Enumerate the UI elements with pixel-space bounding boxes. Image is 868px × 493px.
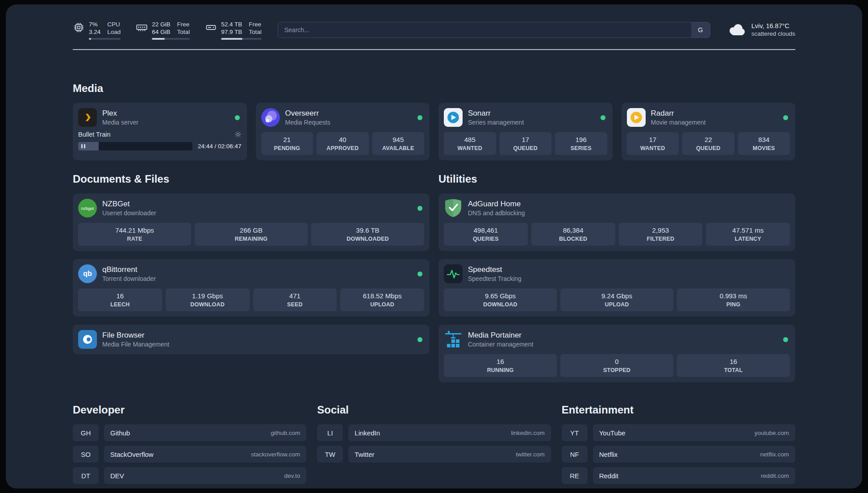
gear-icon[interactable] bbox=[234, 131, 242, 138]
service-link-speedtest[interactable]: Speedtest Speedtest Tracking bbox=[444, 264, 522, 283]
service-link-plex[interactable]: Plex Media server bbox=[78, 108, 138, 127]
bookmark-twitter[interactable]: TW Twitter twitter.com bbox=[317, 446, 551, 463]
cpu-icon bbox=[73, 21, 85, 33]
bookmark-youtube[interactable]: YT YouTube youtube.com bbox=[562, 424, 795, 441]
playback-progressbar[interactable] bbox=[78, 142, 192, 150]
disk-total-label: Total bbox=[249, 28, 262, 36]
bookmark-reddit[interactable]: RE Reddit reddit.com bbox=[562, 467, 795, 484]
overseerr-icon bbox=[261, 108, 280, 127]
status-dot bbox=[235, 115, 240, 120]
service-link-overseerr[interactable]: Overseerr Media Requests bbox=[261, 108, 330, 127]
dashboard: 7% 3.24 CPU Load bbox=[6, 4, 862, 489]
service-link-adguard[interactable]: AdGuard Home DNS and adblocking bbox=[444, 199, 525, 217]
cpu-usage: 7% bbox=[89, 21, 100, 28]
stat-box: 0 STOPPED bbox=[560, 354, 673, 377]
service-card-plex: Plex Media server Bullet Train bbox=[73, 103, 247, 160]
status-dot bbox=[417, 206, 422, 211]
bookmark-linkedin[interactable]: LI LinkedIn linkedin.com bbox=[317, 424, 551, 441]
weather-condition: scattered clouds bbox=[751, 30, 795, 38]
search-input[interactable] bbox=[278, 22, 710, 38]
ram-widget: 22 GiB 64 GiB Free Total bbox=[136, 21, 190, 40]
service-link-qbittorrent[interactable]: qb qBittorrent Torrent downloader bbox=[78, 264, 156, 283]
cpu-label: CPU bbox=[107, 21, 121, 28]
service-desc: Media Requests bbox=[285, 118, 330, 126]
disk-progressbar bbox=[221, 38, 262, 40]
now-playing-title: Bullet Train bbox=[78, 131, 111, 138]
status-dot bbox=[601, 115, 605, 120]
stat-box: 498,461 QUERIES bbox=[444, 223, 528, 246]
nzbget-icon: nzbget bbox=[78, 199, 97, 217]
ram-total-label: Total bbox=[177, 28, 190, 36]
service-desc: Media server bbox=[102, 118, 138, 126]
service-card-qbittorrent: qb qBittorrent Torrent downloader 16 bbox=[73, 259, 430, 317]
bookmark-dev[interactable]: DT DEV dev.to bbox=[73, 467, 306, 484]
service-name: Media Portainer bbox=[468, 330, 533, 340]
stat-box: 39.6 TB DOWNLOADED bbox=[311, 223, 424, 246]
cpu-load-label: Load bbox=[107, 28, 121, 36]
qbittorrent-icon: qb bbox=[78, 264, 97, 283]
ram-free-label: Free bbox=[177, 21, 190, 28]
service-desc: DNS and adblocking bbox=[468, 209, 525, 217]
service-link-sonarr[interactable]: Sonarr Series management bbox=[444, 108, 524, 127]
section-title-developer: Developer bbox=[73, 404, 306, 416]
section-title-social: Social bbox=[317, 404, 551, 416]
ram-total: 64 GiB bbox=[152, 28, 170, 36]
cloud-icon bbox=[726, 23, 746, 37]
service-name: Radarr bbox=[651, 109, 706, 118]
service-name: qBittorrent bbox=[102, 265, 156, 274]
cpu-load: 3.24 bbox=[89, 28, 100, 36]
bookmark-netflix[interactable]: NF Netflix netflix.com bbox=[562, 446, 795, 463]
section-title-documents: Documents & Files bbox=[73, 173, 430, 185]
sonarr-icon bbox=[444, 108, 463, 127]
service-name: NZBGet bbox=[102, 199, 156, 209]
stat-box: 21 PENDING bbox=[261, 132, 313, 155]
ram-free: 22 GiB bbox=[152, 21, 170, 28]
service-link-nzbget[interactable]: nzbget NZBGet Usenet downloader bbox=[78, 199, 156, 217]
stat-box: 22 QUEUED bbox=[682, 132, 734, 155]
service-name: Overseerr bbox=[285, 109, 330, 118]
weather-widget: Lviv, 16.87°C scattered clouds bbox=[726, 22, 795, 38]
stat-box: 40 APPROVED bbox=[317, 132, 369, 155]
service-name: File Browser bbox=[102, 330, 169, 340]
stat-box: 47.571 ms LATENCY bbox=[706, 223, 790, 246]
ram-progressbar bbox=[152, 38, 190, 40]
filebrowser-icon bbox=[78, 330, 97, 349]
status-dot bbox=[417, 337, 422, 342]
service-desc: Torrent downloader bbox=[102, 275, 156, 283]
stat-box: 744.21 Mbps RATE bbox=[78, 223, 191, 246]
service-link-radarr[interactable]: Radarr Movie management bbox=[627, 108, 706, 127]
section-title-entertainment: Entertainment bbox=[562, 404, 795, 416]
service-link-portainer[interactable]: Media Portainer Container management bbox=[444, 330, 533, 349]
service-card-speedtest: Speedtest Speedtest Tracking 9.65 Gbps D… bbox=[438, 259, 795, 317]
service-desc: Usenet downloader bbox=[102, 209, 156, 217]
service-desc: Media File Management bbox=[102, 340, 169, 348]
stat-box: 0.993 ms PING bbox=[677, 288, 790, 311]
radarr-icon bbox=[627, 108, 646, 127]
service-card-sonarr: Sonarr Series management 485 WANTED 17 Q… bbox=[438, 103, 613, 160]
bookmark-stackoverflow[interactable]: SO StackOverflow stackoverflow.com bbox=[73, 446, 306, 463]
service-desc: Movie management bbox=[651, 118, 706, 126]
status-dot bbox=[783, 115, 788, 120]
cpu-progressbar bbox=[89, 38, 121, 40]
portainer-icon bbox=[444, 330, 463, 349]
section-title-utilities: Utilities bbox=[438, 173, 795, 185]
topbar-divider bbox=[73, 49, 795, 50]
stat-box: 485 WANTED bbox=[444, 132, 496, 155]
service-desc: Series management bbox=[468, 118, 524, 126]
cpu-widget: 7% 3.24 CPU Load bbox=[73, 21, 121, 40]
search-engine-button[interactable]: G bbox=[691, 22, 710, 38]
bookmarks-entertainment: Entertainment YT YouTube youtube.com NF … bbox=[562, 404, 795, 489]
media-cards: Plex Media server Bullet Train bbox=[73, 103, 795, 160]
section-title-media: Media bbox=[73, 82, 795, 95]
ram-icon bbox=[136, 21, 148, 33]
stat-box: 471 SEED bbox=[253, 288, 337, 311]
status-dot bbox=[417, 115, 422, 120]
bookmark-github[interactable]: GH Github github.com bbox=[73, 424, 306, 441]
dashboard-content: 7% 3.24 CPU Load bbox=[6, 4, 862, 489]
disk-icon bbox=[205, 21, 217, 33]
plex-now-playing: Bullet Train bbox=[78, 131, 242, 150]
service-name: AdGuard Home bbox=[468, 199, 525, 209]
disk-free-label: Free bbox=[249, 21, 262, 28]
service-link-filebrowser[interactable]: File Browser Media File Management bbox=[78, 330, 169, 349]
stat-box: 9.65 Gbps DOWNLOAD bbox=[444, 288, 557, 311]
